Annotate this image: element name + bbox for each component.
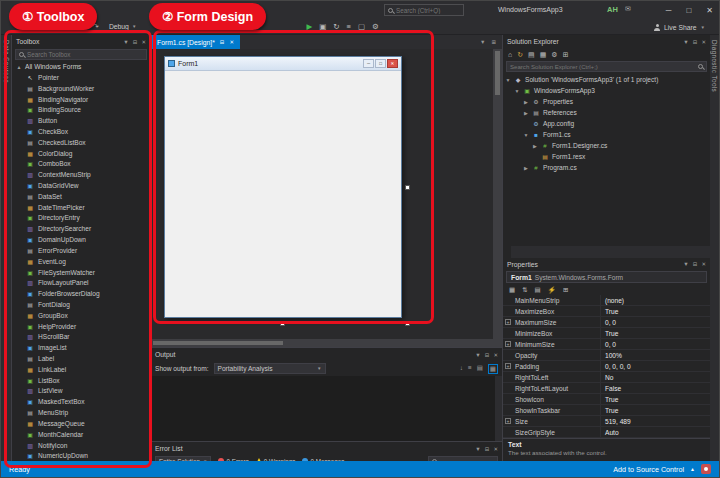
toolbox-item[interactable]: ▥ DirectorySearcher (12, 223, 150, 234)
property-row[interactable]: RightToLeft No (503, 372, 710, 383)
expander-icon[interactable] (503, 295, 513, 305)
property-value[interactable]: (none) (601, 295, 710, 305)
tree-item[interactable]: ▼ ◆ Solution 'WindowsFormsApp3' (1 of 1 … (503, 74, 710, 85)
wrap-icon[interactable]: ≡ (468, 364, 472, 374)
property-value[interactable]: True (601, 405, 710, 415)
chevron-down-icon[interactable]: ▼ (480, 39, 485, 45)
designed-form[interactable]: Form1 ─ □ ✕ (164, 56, 402, 318)
tool-window-tab[interactable] (503, 246, 511, 258)
toolbox-item[interactable]: ▥ HScrollBar (12, 332, 150, 343)
close-button[interactable]: ✕ (706, 6, 713, 15)
property-row[interactable]: + Padding 0, 0, 0, 0 (503, 361, 710, 372)
toolbox-search-input[interactable] (27, 51, 143, 58)
toolbox-item[interactable]: ▥ Button (12, 115, 150, 126)
expander-icon[interactable] (503, 372, 513, 382)
toolbox-item[interactable]: ▣ FolderBrowserDialog (12, 288, 150, 299)
expander-icon[interactable] (503, 350, 513, 360)
toolbox-item[interactable]: ▣ BindingSource (12, 104, 150, 115)
property-row[interactable]: ShowIcon True (503, 394, 710, 405)
property-row[interactable]: RightToLeftLayout False (503, 383, 710, 394)
toolbox-item[interactable]: ▣ DirectoryEntry (12, 213, 150, 224)
toolbox-item[interactable]: ▣ ImageList (12, 342, 150, 353)
property-value[interactable]: 0, 0 (601, 317, 710, 327)
expander-icon[interactable]: ▼ (505, 77, 511, 83)
toolbox-item[interactable]: ▦ ColorDialog (12, 148, 150, 159)
object-selector-dropdown[interactable]: Form1 System.Windows.Forms.Form (506, 271, 707, 283)
chevron-down-icon[interactable]: ▼ (683, 39, 688, 45)
expander-icon[interactable] (503, 394, 513, 404)
close-icon[interactable]: ✕ (493, 446, 498, 452)
add-to-source-control-button[interactable]: Add to Source Control (613, 465, 684, 474)
toolbox-item[interactable]: ▦ DateTimePicker (12, 202, 150, 213)
pin-icon[interactable]: ⊟ (693, 39, 698, 45)
tree-item[interactable]: ▼ ■ Form1.cs (503, 129, 710, 140)
output-source-dropdown[interactable]: Portability Analysis ▼ (214, 363, 326, 374)
expander-icon[interactable] (503, 383, 513, 393)
toolbox-item[interactable]: ▣ ComboBox (12, 159, 150, 170)
toolbox-item[interactable]: ▥ ListView (12, 386, 150, 397)
property-value[interactable]: 100% (601, 350, 710, 360)
property-row[interactable]: MainMenuStrip (none) (503, 295, 710, 306)
toolbox-item[interactable]: ▦ GroupBox (12, 310, 150, 321)
tree-item[interactable]: ▶ # Program.cs (503, 162, 710, 173)
toolbox-item[interactable]: ▣ CheckBox (12, 126, 150, 137)
toolbox-item[interactable]: ↖ Pointer (12, 72, 150, 83)
toolbox-item[interactable]: ▣ HelpProvider (12, 321, 150, 332)
refresh-icon[interactable]: ↻ (517, 51, 523, 59)
form-titlebar[interactable]: Form1 ─ □ ✕ (165, 57, 401, 71)
close-icon[interactable]: ✕ (701, 39, 706, 45)
close-tab-icon[interactable]: ✕ (229, 39, 234, 45)
property-value[interactable]: No (601, 372, 710, 382)
toggle-autoscroll-icon[interactable]: ▦ (488, 364, 498, 374)
toolbox-item[interactable]: ▤ MenuStrip (12, 407, 150, 418)
preview-icon[interactable]: ⊞ (563, 51, 569, 59)
live-share-button[interactable]: Live Share ▼ (654, 19, 705, 35)
toolbox-item[interactable]: ▣ ListBox (12, 375, 150, 386)
property-pages-icon[interactable]: ⊞ (563, 286, 568, 294)
property-value[interactable]: False (601, 383, 710, 393)
toolbox-item[interactable]: ▣ FileSystemWatcher (12, 267, 150, 278)
designer-vertical-scrollbar[interactable] (493, 49, 502, 347)
alphabetical-icon[interactable]: ⇅ (522, 286, 527, 294)
toolbox-item[interactable]: ▥ ContextMenuStrip (12, 169, 150, 180)
property-value[interactable]: 0, 0, 0, 0 (601, 361, 710, 371)
expander-icon[interactable] (503, 328, 513, 338)
property-row[interactable]: ShowInTaskbar True (503, 405, 710, 416)
property-row[interactable]: MinimizeBox True (503, 328, 710, 339)
expander-icon[interactable]: ▶ (523, 99, 529, 105)
toolbox-item[interactable]: ▤ BackgroundWorker (12, 83, 150, 94)
property-value[interactable]: 0, 0 (601, 339, 710, 349)
toolbox-item[interactable]: ▤ ErrorProvider (12, 245, 150, 256)
toolbox-item[interactable]: ▦ EventLog (12, 256, 150, 267)
tree-item[interactable]: ▼ ▣ WindowsFormsApp3 (503, 85, 710, 96)
resize-handle-bottom[interactable] (280, 321, 285, 326)
expander-icon[interactable]: + (503, 416, 513, 426)
chevron-down-icon[interactable]: ▼ (123, 39, 128, 45)
property-row[interactable]: MaximizeBox True (503, 306, 710, 317)
categorized-icon[interactable]: ▦ (509, 286, 515, 294)
toolbox-item[interactable]: ▣ DomainUpDown (12, 234, 150, 245)
expander-icon[interactable]: ▶ (523, 165, 529, 171)
window-list-icon[interactable]: ⊞ (491, 39, 496, 45)
expander-icon[interactable]: + (503, 361, 513, 371)
expander-icon[interactable] (503, 427, 513, 437)
toolbox-item[interactable]: ▣ NumericUpDown (12, 450, 150, 461)
goto-message-icon[interactable]: ↓ (460, 364, 463, 374)
pin-icon[interactable]: ⊟ (693, 261, 698, 267)
maximize-button[interactable]: □ (686, 6, 691, 15)
tool-window-tab[interactable] (511, 246, 519, 258)
scrollbar-thumb[interactable] (495, 51, 500, 95)
designer-horizontal-scrollbar[interactable] (151, 339, 493, 347)
properties-icon[interactable]: ⚙ (551, 51, 557, 59)
toolbox-item[interactable]: ▦ LinkLabel (12, 364, 150, 375)
toolbox-item[interactable]: ▣ MonthCalendar (12, 429, 150, 440)
output-scrollbar[interactable] (495, 376, 502, 441)
expander-icon[interactable]: + (503, 339, 513, 349)
toolbox-item[interactable]: ▥ NotifyIcon (12, 440, 150, 451)
tool-window-tab[interactable] (519, 246, 527, 258)
toolbox-search[interactable] (15, 49, 147, 60)
quick-search-input[interactable] (396, 7, 462, 14)
property-row[interactable]: + MinimumSize 0, 0 (503, 339, 710, 350)
pin-icon[interactable]: ⊟ (485, 352, 490, 358)
tab-form1-design[interactable]: Form1.cs [Design]* ⊟ ✕ (151, 35, 240, 49)
